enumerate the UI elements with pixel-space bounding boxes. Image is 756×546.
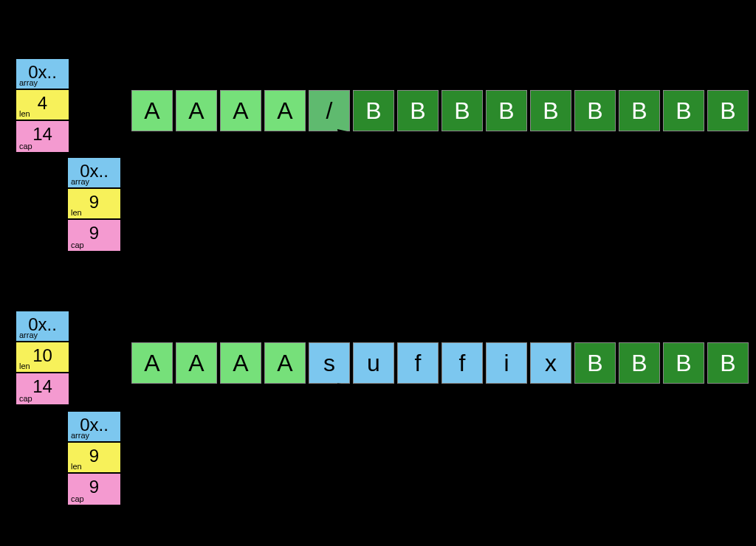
slice4-cap-value: 9 — [89, 477, 99, 497]
mem2-cell-3: A — [264, 342, 306, 384]
arrow-slice2-to-mem — [122, 133, 351, 171]
mem2-cell-1: A — [176, 342, 217, 384]
mem2-cell-11: B — [619, 342, 660, 384]
mem1-cell-13: B — [707, 90, 749, 131]
slice2-len-label: len — [71, 208, 82, 217]
slice3-array-field: 0x.. array — [16, 311, 69, 342]
slice2-len-field: 9 len — [68, 189, 120, 220]
mem2-cell-4: s — [309, 342, 350, 384]
slice3-len-label: len — [19, 362, 30, 370]
slice3-cap-value: 14 — [32, 376, 52, 397]
memory-array-2: A A A A s u f f i x B B B B — [131, 342, 749, 384]
mem1-cell-12: B — [663, 90, 704, 131]
slice1-len-label: len — [19, 109, 30, 118]
slice1-cap-value: 14 — [32, 124, 52, 145]
slice-header-1: 0x.. array 4 len 14 cap — [15, 58, 70, 153]
mem2-cell-12: B — [663, 342, 704, 384]
mem2-cell-10: B — [574, 342, 616, 384]
mem1-cell-0: A — [131, 90, 173, 131]
mem2-cell-6: f — [397, 342, 439, 384]
slice2-cap-value: 9 — [89, 223, 99, 243]
slice-header-4: 0x.. array 9 len 9 cap — [66, 410, 122, 506]
arrow-slice3-to-mem — [70, 325, 130, 347]
slice3-len-field: 10 len — [16, 342, 69, 373]
slice3-cap-field: 14 cap — [16, 373, 69, 404]
mem1-cell-9: B — [530, 90, 571, 131]
slice4-cap-label: cap — [71, 494, 84, 503]
slice3-cap-label: cap — [19, 394, 32, 403]
mem2-cell-13: B — [707, 342, 749, 384]
mem1-cell-1: A — [176, 90, 217, 131]
slice1-cap-label: cap — [19, 142, 32, 151]
slice1-array-field: 0x.. array — [16, 59, 69, 90]
slice4-array-field: 0x.. array — [68, 412, 120, 443]
mem1-cell-6: B — [397, 90, 439, 131]
mem2-cell-7: f — [441, 342, 483, 384]
slice2-array-label: array — [71, 177, 89, 186]
mem1-cell-8: B — [486, 90, 527, 131]
slice3-array-label: array — [19, 331, 38, 339]
slice4-len-value: 9 — [89, 446, 99, 466]
slice4-array-label: array — [71, 431, 89, 440]
slice4-len-field: 9 len — [68, 443, 120, 474]
slice1-array-label: array — [19, 78, 38, 87]
slice2-cap-label: cap — [71, 241, 84, 249]
mem1-cell-7: B — [441, 90, 483, 131]
mem1-cell-4: / — [309, 90, 350, 131]
mem1-cell-3: A — [264, 90, 306, 131]
slice1-len-field: 4 len — [16, 90, 69, 121]
mem2-cell-0: A — [131, 342, 173, 384]
arrow-slice4-to-mem — [122, 385, 351, 455]
mem2-cell-2: A — [220, 342, 261, 384]
memory-array-1: A A A A / B B B B B B B B B — [131, 90, 749, 131]
slice1-cap-field: 14 cap — [16, 121, 69, 152]
mem2-cell-9: x — [530, 342, 571, 384]
mem1-cell-11: B — [619, 90, 660, 131]
slice2-len-value: 9 — [89, 192, 99, 212]
mem1-cell-10: B — [574, 90, 616, 131]
mem1-cell-2: A — [220, 90, 261, 131]
slice-header-2: 0x.. array 9 len 9 cap — [66, 156, 122, 252]
slice4-len-label: len — [71, 462, 82, 471]
mem2-cell-5: u — [353, 342, 394, 384]
mem1-cell-5: B — [353, 90, 394, 131]
slice4-cap-field: 9 cap — [68, 474, 120, 505]
slice2-cap-field: 9 cap — [68, 220, 120, 251]
slice2-array-field: 0x.. array — [68, 158, 120, 189]
slice-header-3: 0x.. array 10 len 14 cap — [15, 310, 70, 406]
arrow-slice1-to-mem — [70, 72, 130, 94]
mem2-cell-8: i — [486, 342, 527, 384]
slice3-len-value: 10 — [32, 345, 52, 366]
slice1-len-value: 4 — [38, 93, 47, 114]
